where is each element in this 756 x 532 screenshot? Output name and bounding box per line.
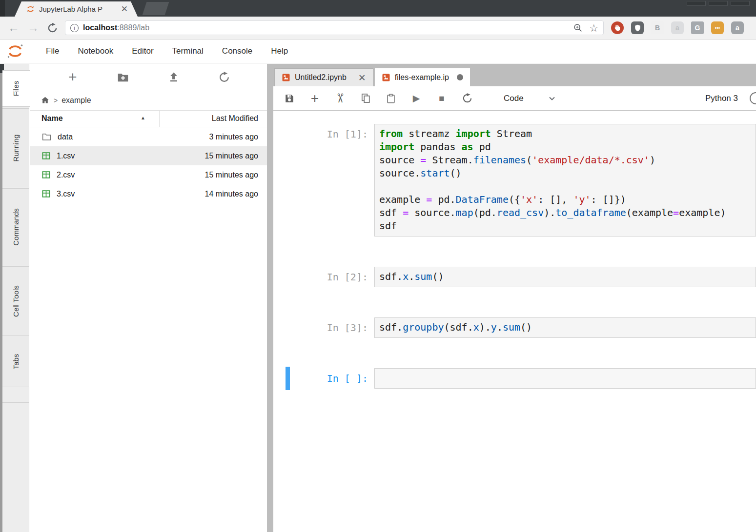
sidebar-tab-label: Files — [12, 81, 20, 97]
sidebar-tab-label: Running — [12, 134, 20, 161]
file-name: 3.csv — [57, 190, 75, 198]
cell-collapser[interactable] — [286, 122, 290, 238]
url-bar[interactable]: i localhost:8889/lab ☆ — [65, 20, 604, 35]
letter-a2-icon[interactable]: a — [731, 21, 744, 34]
dock-tab-bar: Untitled2.ipynb✕files-example.ip — [273, 64, 756, 86]
cell-type-value: Code — [504, 94, 524, 103]
menu-item-notebook[interactable]: Notebook — [68, 46, 123, 56]
new-launcher-button[interactable]: + — [65, 70, 80, 84]
code-line — [379, 180, 756, 193]
column-name[interactable]: Name — [41, 114, 63, 123]
tab-close-icon[interactable]: ✕ — [358, 72, 366, 83]
breadcrumb: > example — [30, 90, 267, 110]
zoom-icon[interactable] — [572, 22, 583, 33]
sidebar-tab-running[interactable]: Running — [2, 108, 29, 187]
menu-item-editor[interactable]: Editor — [123, 46, 163, 56]
sidebar-tab-cell-tools[interactable]: Cell Tools — [2, 266, 29, 336]
cell-editor[interactable]: sdf.groupby(sdf.x).y.sum() — [374, 317, 756, 338]
letter-b-icon[interactable]: B — [651, 21, 664, 34]
file-row[interactable]: data3 minutes ago — [30, 127, 267, 146]
menu-item-console[interactable]: Console — [213, 46, 262, 56]
browser-tab[interactable]: JupyterLab Alpha P ✕ — [15, 1, 138, 17]
home-icon[interactable] — [41, 96, 50, 105]
run-cell-button[interactable]: ▶ — [409, 93, 424, 104]
cell-collapser[interactable] — [286, 316, 290, 339]
left-sidebar: FilesRunningCommandsCell ToolsTabs — [0, 64, 29, 532]
chevron-down-icon — [548, 95, 556, 102]
file-row[interactable]: 1.csv15 minutes ago — [30, 146, 267, 165]
notebook-content: In [1]:from streamz import Streamimport … — [273, 112, 756, 532]
cell-collapser[interactable] — [286, 265, 290, 289]
cell-type-dropdown[interactable]: Code — [504, 94, 556, 103]
sort-ascending-icon: ▲ — [141, 115, 145, 120]
minimize-button[interactable] — [687, 1, 706, 6]
bookmark-star-icon[interactable]: ☆ — [589, 23, 598, 33]
unsaved-dot-icon — [457, 74, 463, 80]
url-path: :8889/lab — [117, 23, 149, 32]
reload-button[interactable] — [47, 22, 58, 34]
dock-panel: Untitled2.ipynb✕files-example.ip + ✂ ▶ ■ — [273, 64, 756, 532]
new-tab-button[interactable] — [143, 2, 169, 15]
notebook-cell: In [ ]: — [273, 368, 756, 389]
code-line: sdf — [379, 219, 756, 233]
menu-items: FileNotebookEditorTerminalConsoleHelp — [37, 46, 297, 56]
jupyter-favicon-icon — [26, 5, 35, 13]
close-window-button[interactable] — [731, 1, 750, 6]
extensions-area: BaG•••a — [611, 21, 744, 34]
notebook-cell: In [1]:from streamz import Streamimport … — [273, 124, 756, 236]
refresh-button[interactable] — [217, 70, 231, 84]
document-tab[interactable]: Untitled2.ipynb✕ — [274, 68, 373, 86]
file-modified: 3 minutes ago — [209, 133, 258, 141]
overflow-dots-icon[interactable]: ••• — [711, 21, 724, 34]
sidebar-tab-tabs[interactable]: Tabs — [2, 335, 29, 387]
column-divider — [159, 111, 160, 127]
sidebar-tab-label: Cell Tools — [12, 285, 20, 317]
file-row[interactable]: 3.csv14 minutes ago — [30, 184, 267, 203]
forward-button[interactable]: → — [27, 22, 39, 34]
maximize-button[interactable] — [709, 1, 728, 6]
cell-collapser[interactable] — [286, 367, 290, 390]
cut-cells-button[interactable]: ✂ — [333, 91, 347, 106]
code-line: sdf = source.map(pd.read_csv).to_datafra… — [379, 206, 756, 219]
shield-icon[interactable] — [631, 21, 644, 34]
info-icon[interactable]: i — [70, 24, 79, 32]
breadcrumb-separator: > — [54, 97, 58, 104]
kernel-status-icon[interactable] — [750, 92, 756, 104]
tab-close-icon[interactable]: ✕ — [121, 5, 128, 13]
url-host: localhost — [83, 23, 117, 32]
file-row[interactable]: 2.csv15 minutes ago — [30, 165, 267, 184]
notebook-cell: In [3]:sdf.groupby(sdf.x).y.sum() — [273, 317, 756, 338]
sidebar-tab-files[interactable]: Files — [2, 70, 30, 107]
back-button[interactable]: ← — [8, 22, 20, 34]
letter-a-faded-icon[interactable]: a — [671, 21, 684, 34]
document-tab[interactable]: files-example.ip — [375, 68, 470, 86]
file-modified: 15 minutes ago — [205, 171, 258, 179]
menu-item-file[interactable]: File — [37, 46, 68, 56]
interrupt-kernel-button[interactable]: ■ — [434, 93, 449, 104]
kernel-name[interactable]: Python 3 — [705, 94, 738, 103]
screen: JupyterLab Alpha P ✕ ← → i localhost:888… — [0, 0, 756, 532]
menu-item-help[interactable]: Help — [262, 46, 297, 56]
paste-cells-button[interactable] — [384, 93, 398, 104]
file-modified: 15 minutes ago — [205, 152, 258, 160]
copy-cells-button[interactable] — [358, 93, 373, 104]
letter-g-icon[interactable]: G — [691, 21, 704, 34]
panel-splitter-handle[interactable] — [267, 64, 273, 532]
notebook-icon — [282, 73, 290, 82]
sidebar-tab-commands[interactable]: Commands — [2, 188, 29, 265]
adblock-hand-icon[interactable] — [611, 21, 624, 34]
add-cell-button[interactable]: + — [307, 92, 322, 105]
code-line: from streamz import Stream — [379, 127, 756, 140]
save-button[interactable] — [282, 93, 297, 104]
cell-editor[interactable] — [374, 368, 756, 389]
menu-item-terminal[interactable]: Terminal — [163, 46, 213, 56]
column-last-modified[interactable]: Last Modified — [212, 114, 258, 123]
upload-button[interactable] — [166, 70, 181, 84]
cell-editor[interactable]: sdf.x.sum() — [374, 267, 756, 287]
file-name: 2.csv — [57, 171, 75, 179]
cell-editor[interactable]: from streamz import Streamimport pandas … — [374, 124, 756, 236]
new-folder-button[interactable] — [116, 70, 130, 84]
notebook-toolbar: + ✂ ▶ ■ Code — [273, 86, 756, 111]
code-line: source.start() — [379, 167, 756, 180]
restart-kernel-button[interactable] — [460, 93, 474, 104]
